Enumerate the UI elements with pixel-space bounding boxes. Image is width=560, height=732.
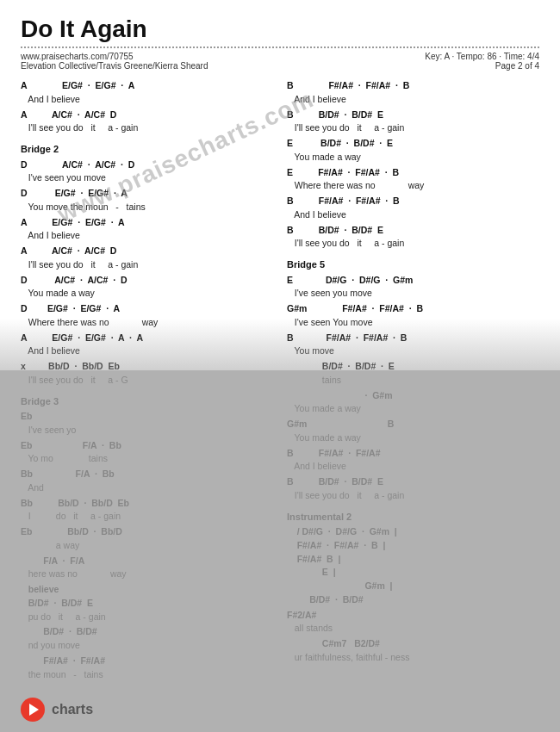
- fade-overlay: [0, 319, 560, 370]
- url-text: www.praisecharts.com/70755: [21, 52, 134, 61]
- lyric-line: I'll see you do it a - gain: [287, 121, 539, 135]
- lyric-line: I've seen you move: [21, 171, 273, 185]
- lyric-line: And I believe: [287, 93, 539, 107]
- lyric-line: Where there was no way: [287, 179, 539, 193]
- chord-line: G#m F#/A# · F#/A# · B: [287, 302, 539, 316]
- divider: [21, 47, 539, 48]
- meta-url-attribution: www.praisecharts.com/70755 Elevation Col…: [21, 52, 208, 71]
- lyric-line: And I believe: [21, 229, 273, 243]
- lyric-line: I'll see you do it a - gain: [21, 258, 273, 272]
- page-text: Page 2 of 4: [425, 61, 539, 71]
- play-icon-footer: [29, 704, 39, 716]
- footer-logo: [21, 698, 45, 722]
- section-label: Bridge 2: [21, 142, 273, 157]
- lyric-line: You made a way: [21, 287, 273, 301]
- chord-line: A A/C# · A/C# D: [21, 245, 273, 258]
- chord-line: D A/C# · A/C# · D: [21, 158, 273, 172]
- key-text: Key: A: [425, 52, 449, 61]
- chord-line: D E/G# · E/G# · A: [21, 187, 273, 201]
- lyric-line: And I believe: [287, 208, 539, 222]
- chord-line: B F#/A# · F#/A# · B: [287, 195, 539, 208]
- chord-line: E F#/A# · F#/A# · B: [287, 166, 539, 180]
- gray-overlay: PREVIEW: [0, 370, 560, 732]
- title: Do It Again: [21, 16, 539, 43]
- lyric-line: I'll see you do it a - gain: [21, 121, 273, 135]
- footer-text: charts: [52, 702, 93, 717]
- chord-line: A E/G# · E/G# · A: [21, 79, 273, 93]
- time-text: Time: 4/4: [504, 52, 539, 61]
- tempo-text: Tempo: 86: [457, 52, 497, 61]
- chord-line: A E/G# · E/G# · A: [21, 216, 273, 230]
- footer: charts: [21, 698, 539, 722]
- chord-line: E B/D# · B/D# · E: [287, 137, 539, 151]
- lyric-line: I've seen you move: [287, 287, 539, 301]
- attribution-text: Elevation Collective/Travis Greene/Kierr…: [21, 61, 208, 71]
- chord-line: D A/C# · A/C# · D: [21, 274, 273, 288]
- chord-line: B B/D# · B/D# E: [287, 224, 539, 238]
- chord-line: B F#/A# · F#/A# · B: [287, 79, 539, 93]
- page: Do It Again www.praisecharts.com/70755 E…: [0, 0, 560, 732]
- lyric-line: And I believe: [21, 93, 273, 107]
- chord-line: A A/C# · A/C# D: [21, 109, 273, 122]
- lyric-line: You move the moun - tains: [21, 201, 273, 214]
- lyric-line: I'll see you do it a - gain: [287, 237, 539, 251]
- section-label: Bridge 5: [287, 257, 539, 272]
- lyric-line: You made a way: [287, 151, 539, 164]
- chord-line: D E/G# · E/G# · A: [21, 302, 273, 316]
- meta-row: www.praisecharts.com/70755 Elevation Col…: [21, 52, 539, 71]
- meta-key-page: Key: A · Tempo: 86 · Time: 4/4 Page 2 of…: [425, 52, 539, 71]
- chord-line: B B/D# · B/D# E: [287, 109, 539, 122]
- chord-line: E D#/G · D#/G · G#m: [287, 274, 539, 288]
